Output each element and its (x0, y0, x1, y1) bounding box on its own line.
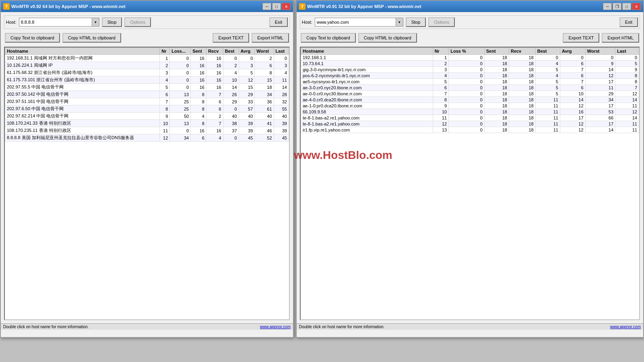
table-row[interactable]: pos-6-2-nycmnyrdc-itr1.nyc.rr.com 4 0 18… (301, 73, 639, 79)
col-last-1: Last (274, 48, 289, 55)
cell-sent: 18 (484, 61, 509, 67)
table-row[interactable]: 10.126.224.1 局域网 IP 2 0 16 16 2 3 6 3 (5, 62, 289, 69)
cell-sent: 8 (191, 120, 206, 127)
export-html-btn-2[interactable]: Export HTML (602, 33, 639, 43)
cell-sent: 6 (191, 134, 206, 142)
host-dropdown-btn-1[interactable]: ▼ (92, 18, 99, 26)
cell-avrg: 7 (560, 79, 585, 85)
cell-hostname: 202.97.62.214 中国 电信骨干网 (5, 113, 160, 120)
stop-btn-2[interactable]: Stop (406, 17, 426, 27)
cell-avrg: 0 (560, 55, 585, 61)
title-bar-2: T WinMTR v0.91 32 bit by Appnor MSP - ww… (297, 1, 643, 12)
cell-loss: 0 (449, 73, 485, 79)
table-row[interactable]: ae5-nycsnyoo-itr1.nyc.rr.com 5 0 18 18 5… (301, 79, 639, 85)
exit-btn-1[interactable]: Exit (269, 17, 288, 27)
cell-loss: 0 (449, 103, 485, 109)
cell-nr: 7 (433, 91, 449, 97)
col-worst-1: Worst (255, 48, 274, 55)
cell-avrg: 6 (560, 61, 585, 67)
copy-text-btn-1[interactable]: Copy Text to clipboard (5, 33, 60, 43)
table-row[interactable]: ae-1-0.pr0.dca20.tbone.rr.com 9 0 18 18 … (301, 103, 639, 109)
table-row[interactable]: 202.97.55.5 中国 电信骨干网 5 0 16 16 14 15 18 … (5, 84, 289, 91)
exit-btn-2[interactable]: Exit (619, 17, 638, 27)
minimize-btn-1[interactable]: ─ (262, 3, 271, 10)
cell-last: 3 (274, 62, 289, 69)
table-row[interactable]: 192.168.31.1 局域网 对方和您在同一内部网 1 0 16 16 0 … (5, 55, 289, 62)
cell-hostname: pos-6-2-nycmnyrdc-itr1.nyc.rr.com (301, 73, 433, 79)
cell-last: 9 (615, 67, 639, 73)
cell-worst: 6 (255, 62, 274, 69)
cell-recv: 7 (206, 120, 223, 127)
table-row[interactable]: gig-3-0-nycmnyw-itr1.nyc.rr.com 3 0 18 1… (301, 67, 639, 73)
mtr-table-wrap-1: Hostname Nr Loss... Sent Recv Best Avrg … (4, 47, 290, 320)
options-btn-1[interactable]: Options (124, 17, 151, 27)
table-row[interactable]: 61.175.73.101 浙江省台州市 (温岭市/临海市) 4 0 16 16… (5, 76, 289, 84)
cell-last: 32 (274, 98, 289, 105)
cell-sent: 18 (484, 115, 509, 121)
action-row-2: Copy Text to clipboard Copy HTML to clip… (300, 31, 640, 44)
table-row[interactable]: 108.170.235.11 香港 特别行政区 11 0 16 16 37 39… (5, 127, 289, 134)
table-row[interactable]: te-8-1.bas-a2.re1.yahoo.com 11 0 18 18 1… (301, 115, 639, 121)
export-html-btn-1[interactable]: Export HTML (252, 33, 289, 43)
cell-worst: 36 (255, 98, 274, 105)
cell-hostname: 10.73.64.1 (301, 61, 433, 67)
cell-best: 26 (223, 91, 239, 98)
options-btn-2[interactable]: Options (428, 17, 455, 27)
table-row[interactable]: ae-4-0.cr0.dca20.tbone.rr.com 8 0 18 18 … (301, 97, 639, 103)
cell-best: 11 (535, 97, 560, 103)
cell-loss: 0 (449, 121, 485, 127)
table-row[interactable]: ae-0-0.cr0.nyc30.tbone.rr.com 7 0 18 18 … (301, 91, 639, 97)
copy-html-btn-1[interactable]: Copy HTML to clipboard (62, 33, 121, 43)
close-btn-2[interactable]: ✕ (632, 3, 641, 10)
cell-sent: 18 (484, 121, 509, 127)
stop-btn-1[interactable]: Stop (102, 17, 122, 27)
cell-loss: 0 (449, 127, 485, 133)
host-input-1[interactable] (19, 18, 92, 26)
table-row[interactable]: 202.97.51.161 中国 电信骨干网 7 25 8 6 29 33 36… (5, 98, 289, 105)
cell-avrg: 12 (560, 127, 585, 133)
cell-best: 10 (223, 76, 239, 84)
table-row[interactable]: 61.175.68.32 浙江省台州市 (温岭市/临海市) 3 0 16 16 … (5, 69, 289, 76)
table-row[interactable]: 202.97.50.142 中国 电信骨干网 6 13 8 7 26 29 34… (5, 91, 289, 98)
table-row[interactable]: 108.170.241.33 香港 特别行政区 10 13 8 7 38 39 … (5, 120, 289, 127)
cell-hostname: 10.126.224.1 局域网 IP (5, 62, 160, 69)
copy-html-btn-2[interactable]: Copy HTML to clipboard (358, 33, 417, 43)
cell-best: 5 (535, 79, 560, 85)
status-link-1[interactable]: www.appnor.com (260, 325, 291, 329)
cell-last: 40 (274, 113, 289, 120)
status-link-2[interactable]: www.appnor.com (610, 325, 641, 329)
host-input-2[interactable] (315, 18, 396, 26)
cell-sent: 16 (191, 62, 206, 69)
cell-hostname: 8.8.8.8 美国 加利福尼亚州圣克拉拉县山景市谷歌公司DNS服务器 (5, 134, 160, 142)
minimize-btn-2[interactable]: ─ (603, 3, 612, 10)
cell-recv: 18 (509, 127, 535, 133)
table-row[interactable]: 192.168.1.1 1 0 18 18 0 0 0 0 (301, 55, 639, 61)
table-row[interactable]: 8.8.8.8 美国 加利福尼亚州圣克拉拉县山景市谷歌公司DNS服务器 12 3… (5, 134, 289, 142)
col-nr-1: Nr (160, 48, 170, 55)
export-text-btn-2[interactable]: Export TEXT (563, 33, 599, 43)
restore-btn-2[interactable]: ❐ (613, 3, 621, 10)
window-title-2: WinMTR v0.91 32 bit by Appnor MSP - www.… (307, 4, 421, 9)
cell-hostname: 66.109.9.58 (301, 109, 433, 115)
table-row[interactable]: 10.73.64.1 2 0 18 18 4 6 9 5 (301, 61, 639, 67)
table-row[interactable]: ae-3-0.cr0.nyc20.tbone.rr.com 6 0 18 18 … (301, 85, 639, 91)
host-dropdown-btn-2[interactable]: ▼ (396, 18, 403, 26)
table-row[interactable]: ir1.fp.vip.re1.yahoo.com 13 0 18 18 11 1… (301, 127, 639, 133)
maximize-btn-1[interactable]: □ (272, 3, 281, 10)
cell-sent: 18 (484, 97, 509, 103)
close-btn-1[interactable]: ✕ (282, 3, 291, 10)
cell-avrg: 29 (239, 91, 255, 98)
maximize-btn-2[interactable]: □ (622, 3, 631, 10)
table-row[interactable]: 202.97.6.50 中国 电信骨干网 8 25 8 6 0 57 61 55 (5, 105, 289, 113)
table-row[interactable]: te-8-1.bas-a2.re1.yahoo.com 12 0 18 18 1… (301, 121, 639, 127)
copy-text-btn-2[interactable]: Copy Text to clipboard (301, 33, 356, 43)
cell-last: 14 (274, 84, 289, 91)
cell-recv: 18 (509, 79, 535, 85)
cell-worst: 61 (255, 105, 274, 113)
col-worst-2: Worst (585, 48, 615, 55)
cell-hostname: te-8-1.bas-a2.re1.yahoo.com (301, 121, 433, 127)
table-row[interactable]: 66.109.9.58 10 0 18 18 11 16 53 12 (301, 109, 639, 115)
table-row[interactable]: 202.97.62.214 中国 电信骨干网 9 50 4 2 40 40 40… (5, 113, 289, 120)
export-text-btn-1[interactable]: Export TEXT (213, 33, 249, 43)
col-recv-1: Recv (206, 48, 223, 55)
